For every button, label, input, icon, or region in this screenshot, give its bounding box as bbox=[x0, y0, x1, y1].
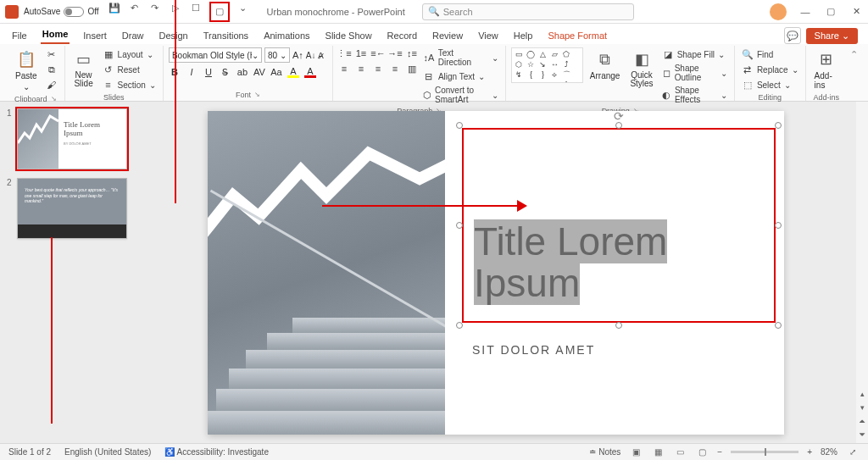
fit-to-window-icon[interactable]: ⤢ bbox=[846, 446, 860, 458]
close-icon[interactable]: ✕ bbox=[849, 5, 863, 19]
font-size-select[interactable]: 80⌄ bbox=[264, 47, 290, 63]
zoom-out-button[interactable]: − bbox=[717, 447, 722, 457]
align-center-button[interactable]: ≡ bbox=[355, 63, 367, 75]
redo-icon[interactable]: ↷ bbox=[148, 2, 162, 15]
cut-button[interactable]: ✂ bbox=[44, 47, 59, 61]
font-color-button[interactable]: A bbox=[304, 66, 316, 78]
align-right-button[interactable]: ≡ bbox=[372, 63, 384, 75]
next-slide-icon[interactable]: ⏷ bbox=[858, 430, 866, 440]
find-button[interactable]: 🔍Find bbox=[740, 47, 800, 61]
paste-button[interactable]: 📋 Paste ⌄ bbox=[12, 47, 41, 93]
rotate-handle-icon[interactable]: ⟳ bbox=[614, 109, 624, 123]
increase-indent-button[interactable]: →≡ bbox=[389, 47, 401, 59]
zoom-percent[interactable]: 82% bbox=[821, 447, 837, 457]
character-spacing-button[interactable]: AV bbox=[253, 66, 265, 78]
underline-button[interactable]: U bbox=[203, 66, 214, 78]
subtitle-text[interactable]: SIT DOLOR AMET bbox=[472, 343, 595, 357]
tab-design[interactable]: Design bbox=[157, 27, 189, 44]
text-direction-button[interactable]: ↕AText Direction ⌄ bbox=[421, 47, 500, 68]
copy-button[interactable]: ⧉ bbox=[44, 63, 59, 76]
section-button[interactable]: ≡Section ⌄ bbox=[101, 78, 158, 91]
maximize-icon[interactable]: ▢ bbox=[824, 5, 837, 19]
select-button[interactable]: ⬚Select ⌄ bbox=[740, 78, 800, 91]
strikethrough-button[interactable]: S̶ bbox=[220, 66, 231, 78]
justify-button[interactable]: ≡ bbox=[389, 63, 401, 75]
zoom-in-button[interactable]: + bbox=[807, 447, 812, 457]
user-avatar[interactable] bbox=[770, 3, 787, 20]
scroll-up-icon[interactable]: ▴ bbox=[858, 389, 866, 399]
slide-indicator[interactable]: Slide 1 of 2 bbox=[8, 447, 51, 457]
shadow-button[interactable]: ab bbox=[236, 66, 248, 78]
tab-transitions[interactable]: Transitions bbox=[202, 27, 250, 44]
collapse-ribbon-icon[interactable]: ⌃ bbox=[850, 49, 858, 60]
resize-handle[interactable] bbox=[615, 122, 622, 129]
tab-insert[interactable]: Insert bbox=[81, 27, 108, 44]
dialog-launcher-icon[interactable]: ↘ bbox=[254, 91, 260, 99]
minimize-icon[interactable]: — bbox=[798, 5, 812, 19]
save-icon[interactable]: 💾 bbox=[108, 2, 121, 15]
search-input[interactable]: 🔍 Search bbox=[422, 3, 634, 20]
tab-review[interactable]: Review bbox=[431, 27, 465, 44]
tab-home[interactable]: Home bbox=[41, 25, 70, 44]
resize-handle[interactable] bbox=[775, 122, 782, 129]
align-text-button[interactable]: ⊟Align Text ⌄ bbox=[421, 69, 500, 83]
highlight-button[interactable]: A bbox=[287, 66, 299, 78]
clear-formatting-icon[interactable]: A̷ bbox=[318, 51, 324, 60]
undo-icon[interactable]: ↶ bbox=[128, 2, 142, 15]
notes-button[interactable]: ≐ Notes bbox=[589, 447, 620, 457]
tab-animations[interactable]: Animations bbox=[262, 27, 311, 44]
bullets-button[interactable]: ⋮≡ bbox=[338, 47, 350, 59]
align-left-button[interactable]: ≡ bbox=[338, 63, 350, 75]
resize-handle[interactable] bbox=[615, 322, 622, 329]
touch-mode-icon[interactable]: ☐ bbox=[189, 2, 203, 15]
toggle-icon[interactable] bbox=[64, 7, 84, 17]
reading-view-icon[interactable]: ▭ bbox=[673, 446, 687, 458]
new-slide-button[interactable]: ▭ New Slide bbox=[70, 47, 97, 90]
tab-help[interactable]: Help bbox=[512, 27, 535, 44]
title-placeholder-selected[interactable]: ⟳ Title Lorem Ipsum bbox=[462, 128, 776, 323]
italic-button[interactable]: I bbox=[186, 66, 198, 78]
language-indicator[interactable]: English (United States) bbox=[64, 447, 151, 457]
resize-handle[interactable] bbox=[775, 222, 782, 229]
tab-draw[interactable]: Draw bbox=[120, 27, 146, 44]
layout-button[interactable]: ▦Layout ⌄ bbox=[101, 47, 158, 61]
share-button[interactable]: Share ⌄ bbox=[806, 28, 858, 44]
change-case-button[interactable]: Aa bbox=[270, 66, 282, 78]
decrease-indent-button[interactable]: ≡← bbox=[372, 47, 384, 59]
tab-shape-format[interactable]: Shape Format bbox=[546, 27, 609, 44]
zoom-slider[interactable] bbox=[731, 451, 798, 453]
resize-handle[interactable] bbox=[456, 322, 463, 329]
replace-button[interactable]: ⇄Replace ⌄ bbox=[740, 63, 800, 76]
qat-dropdown-icon[interactable]: ⌄ bbox=[236, 2, 250, 15]
shapes-gallery[interactable]: ▭◯△▱⬠⬡☆ ↘↔⤴↯{}⟡ ⌒∿⬳↝⤳}⬯ bbox=[511, 47, 582, 83]
resize-handle[interactable] bbox=[775, 322, 782, 329]
slideshow-view-icon[interactable]: ▢ bbox=[695, 446, 709, 458]
slide-canvas[interactable]: ⟳ Title Lorem Ipsum SIT DOLOR AMET bbox=[208, 111, 784, 435]
numbering-button[interactable]: 1≡ bbox=[355, 47, 367, 59]
grow-font-icon[interactable]: A↑ bbox=[292, 50, 303, 60]
normal-view-icon[interactable]: ▣ bbox=[629, 446, 643, 458]
resize-handle[interactable] bbox=[456, 122, 463, 129]
thumbnail-2[interactable]: Your best quote that reflects your appro… bbox=[17, 178, 127, 239]
tab-view[interactable]: View bbox=[476, 27, 500, 44]
comments-button[interactable]: 💬 bbox=[784, 27, 801, 44]
prev-slide-icon[interactable]: ⏶ bbox=[858, 416, 866, 426]
columns-button[interactable]: ▥ bbox=[406, 63, 418, 75]
addins-button[interactable]: ⊞Add-ins bbox=[811, 47, 842, 91]
font-name-select[interactable]: Bookman Old Style (Heading)⌄ bbox=[169, 47, 262, 63]
autosave-toggle[interactable]: AutoSave Off bbox=[24, 7, 99, 17]
resize-handle[interactable] bbox=[456, 222, 463, 229]
tab-slideshow[interactable]: Slide Show bbox=[324, 27, 374, 44]
slide-image-placeholder[interactable] bbox=[208, 111, 445, 435]
tab-file[interactable]: File bbox=[10, 27, 29, 44]
title-text[interactable]: Title Lorem Ipsum bbox=[474, 221, 667, 305]
vertical-scrollbar[interactable]: ▴ ▾ ⏶ ⏷ bbox=[856, 102, 868, 443]
format-painter-button[interactable]: 🖌 bbox=[44, 78, 59, 91]
present-icon[interactable]: ▢ bbox=[213, 5, 226, 19]
slide-sorter-icon[interactable]: ▦ bbox=[651, 446, 665, 458]
shrink-font-icon[interactable]: A↓ bbox=[306, 51, 316, 60]
tab-record[interactable]: Record bbox=[386, 27, 419, 44]
shape-fill-button[interactable]: ◪Shape Fill ⌄ bbox=[660, 47, 729, 61]
scroll-down-icon[interactable]: ▾ bbox=[858, 402, 866, 413]
thumbnail-1[interactable]: Title Lorem Ipsum BY DOLOR AMET bbox=[17, 108, 127, 169]
